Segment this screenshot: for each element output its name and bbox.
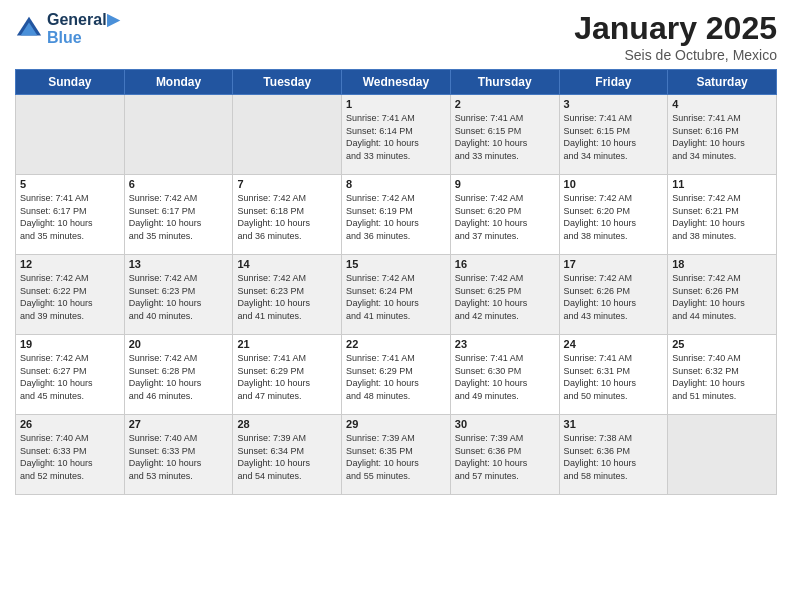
col-wednesday: Wednesday — [342, 70, 451, 95]
col-tuesday: Tuesday — [233, 70, 342, 95]
day-number: 3 — [564, 98, 664, 110]
day-number: 8 — [346, 178, 446, 190]
day-info: Sunrise: 7:41 AM Sunset: 6:14 PM Dayligh… — [346, 112, 446, 162]
table-row: 5Sunrise: 7:41 AM Sunset: 6:17 PM Daylig… — [16, 175, 125, 255]
table-row — [668, 415, 777, 495]
day-info: Sunrise: 7:40 AM Sunset: 6:33 PM Dayligh… — [129, 432, 229, 482]
day-number: 20 — [129, 338, 229, 350]
col-thursday: Thursday — [450, 70, 559, 95]
table-row: 11Sunrise: 7:42 AM Sunset: 6:21 PM Dayli… — [668, 175, 777, 255]
day-info: Sunrise: 7:39 AM Sunset: 6:36 PM Dayligh… — [455, 432, 555, 482]
day-number: 9 — [455, 178, 555, 190]
table-row: 26Sunrise: 7:40 AM Sunset: 6:33 PM Dayli… — [16, 415, 125, 495]
day-number: 23 — [455, 338, 555, 350]
table-row — [124, 95, 233, 175]
table-row: 21Sunrise: 7:41 AM Sunset: 6:29 PM Dayli… — [233, 335, 342, 415]
day-number: 25 — [672, 338, 772, 350]
day-info: Sunrise: 7:42 AM Sunset: 6:23 PM Dayligh… — [237, 272, 337, 322]
day-info: Sunrise: 7:41 AM Sunset: 6:15 PM Dayligh… — [564, 112, 664, 162]
col-friday: Friday — [559, 70, 668, 95]
title-block: January 2025 Seis de Octubre, Mexico — [574, 10, 777, 63]
table-row: 23Sunrise: 7:41 AM Sunset: 6:30 PM Dayli… — [450, 335, 559, 415]
header-row: Sunday Monday Tuesday Wednesday Thursday… — [16, 70, 777, 95]
table-row: 6Sunrise: 7:42 AM Sunset: 6:17 PM Daylig… — [124, 175, 233, 255]
day-number: 30 — [455, 418, 555, 430]
header: General▶ Blue January 2025 Seis de Octub… — [15, 10, 777, 63]
logo: General▶ Blue — [15, 10, 119, 47]
day-info: Sunrise: 7:42 AM Sunset: 6:27 PM Dayligh… — [20, 352, 120, 402]
calendar-table: Sunday Monday Tuesday Wednesday Thursday… — [15, 69, 777, 495]
day-info: Sunrise: 7:42 AM Sunset: 6:26 PM Dayligh… — [672, 272, 772, 322]
day-info: Sunrise: 7:42 AM Sunset: 6:17 PM Dayligh… — [129, 192, 229, 242]
table-row: 12Sunrise: 7:42 AM Sunset: 6:22 PM Dayli… — [16, 255, 125, 335]
day-info: Sunrise: 7:41 AM Sunset: 6:31 PM Dayligh… — [564, 352, 664, 402]
day-info: Sunrise: 7:41 AM Sunset: 6:17 PM Dayligh… — [20, 192, 120, 242]
table-row: 16Sunrise: 7:42 AM Sunset: 6:25 PM Dayli… — [450, 255, 559, 335]
table-row: 15Sunrise: 7:42 AM Sunset: 6:24 PM Dayli… — [342, 255, 451, 335]
table-row: 14Sunrise: 7:42 AM Sunset: 6:23 PM Dayli… — [233, 255, 342, 335]
day-number: 4 — [672, 98, 772, 110]
calendar-title: January 2025 — [574, 10, 777, 47]
day-info: Sunrise: 7:42 AM Sunset: 6:24 PM Dayligh… — [346, 272, 446, 322]
day-number: 12 — [20, 258, 120, 270]
day-number: 21 — [237, 338, 337, 350]
col-sunday: Sunday — [16, 70, 125, 95]
day-number: 26 — [20, 418, 120, 430]
day-number: 6 — [129, 178, 229, 190]
day-info: Sunrise: 7:41 AM Sunset: 6:29 PM Dayligh… — [237, 352, 337, 402]
calendar-week-row: 19Sunrise: 7:42 AM Sunset: 6:27 PM Dayli… — [16, 335, 777, 415]
day-number: 31 — [564, 418, 664, 430]
day-info: Sunrise: 7:42 AM Sunset: 6:26 PM Dayligh… — [564, 272, 664, 322]
calendar-week-row: 5Sunrise: 7:41 AM Sunset: 6:17 PM Daylig… — [16, 175, 777, 255]
day-info: Sunrise: 7:41 AM Sunset: 6:30 PM Dayligh… — [455, 352, 555, 402]
table-row: 13Sunrise: 7:42 AM Sunset: 6:23 PM Dayli… — [124, 255, 233, 335]
table-row: 3Sunrise: 7:41 AM Sunset: 6:15 PM Daylig… — [559, 95, 668, 175]
day-info: Sunrise: 7:42 AM Sunset: 6:20 PM Dayligh… — [455, 192, 555, 242]
day-number: 7 — [237, 178, 337, 190]
table-row: 30Sunrise: 7:39 AM Sunset: 6:36 PM Dayli… — [450, 415, 559, 495]
table-row: 27Sunrise: 7:40 AM Sunset: 6:33 PM Dayli… — [124, 415, 233, 495]
calendar-week-row: 26Sunrise: 7:40 AM Sunset: 6:33 PM Dayli… — [16, 415, 777, 495]
calendar-subtitle: Seis de Octubre, Mexico — [574, 47, 777, 63]
day-number: 13 — [129, 258, 229, 270]
calendar-container: General▶ Blue January 2025 Seis de Octub… — [0, 0, 792, 612]
col-monday: Monday — [124, 70, 233, 95]
day-info: Sunrise: 7:42 AM Sunset: 6:20 PM Dayligh… — [564, 192, 664, 242]
table-row: 10Sunrise: 7:42 AM Sunset: 6:20 PM Dayli… — [559, 175, 668, 255]
day-number: 14 — [237, 258, 337, 270]
day-info: Sunrise: 7:40 AM Sunset: 6:33 PM Dayligh… — [20, 432, 120, 482]
table-row: 29Sunrise: 7:39 AM Sunset: 6:35 PM Dayli… — [342, 415, 451, 495]
day-number: 11 — [672, 178, 772, 190]
day-number: 24 — [564, 338, 664, 350]
day-number: 16 — [455, 258, 555, 270]
calendar-week-row: 12Sunrise: 7:42 AM Sunset: 6:22 PM Dayli… — [16, 255, 777, 335]
day-info: Sunrise: 7:40 AM Sunset: 6:32 PM Dayligh… — [672, 352, 772, 402]
calendar-week-row: 1Sunrise: 7:41 AM Sunset: 6:14 PM Daylig… — [16, 95, 777, 175]
logo-text: General▶ Blue — [47, 10, 119, 47]
day-number: 5 — [20, 178, 120, 190]
day-info: Sunrise: 7:39 AM Sunset: 6:35 PM Dayligh… — [346, 432, 446, 482]
table-row — [233, 95, 342, 175]
day-info: Sunrise: 7:38 AM Sunset: 6:36 PM Dayligh… — [564, 432, 664, 482]
day-info: Sunrise: 7:42 AM Sunset: 6:25 PM Dayligh… — [455, 272, 555, 322]
day-info: Sunrise: 7:42 AM Sunset: 6:23 PM Dayligh… — [129, 272, 229, 322]
day-number: 18 — [672, 258, 772, 270]
day-number: 27 — [129, 418, 229, 430]
day-number: 10 — [564, 178, 664, 190]
day-info: Sunrise: 7:41 AM Sunset: 6:15 PM Dayligh… — [455, 112, 555, 162]
table-row: 31Sunrise: 7:38 AM Sunset: 6:36 PM Dayli… — [559, 415, 668, 495]
day-number: 19 — [20, 338, 120, 350]
day-info: Sunrise: 7:42 AM Sunset: 6:21 PM Dayligh… — [672, 192, 772, 242]
day-number: 29 — [346, 418, 446, 430]
day-info: Sunrise: 7:42 AM Sunset: 6:19 PM Dayligh… — [346, 192, 446, 242]
table-row: 25Sunrise: 7:40 AM Sunset: 6:32 PM Dayli… — [668, 335, 777, 415]
table-row: 18Sunrise: 7:42 AM Sunset: 6:26 PM Dayli… — [668, 255, 777, 335]
day-info: Sunrise: 7:41 AM Sunset: 6:29 PM Dayligh… — [346, 352, 446, 402]
table-row: 19Sunrise: 7:42 AM Sunset: 6:27 PM Dayli… — [16, 335, 125, 415]
day-number: 22 — [346, 338, 446, 350]
day-info: Sunrise: 7:42 AM Sunset: 6:18 PM Dayligh… — [237, 192, 337, 242]
day-number: 17 — [564, 258, 664, 270]
logo-icon — [15, 15, 43, 43]
day-info: Sunrise: 7:42 AM Sunset: 6:28 PM Dayligh… — [129, 352, 229, 402]
table-row: 28Sunrise: 7:39 AM Sunset: 6:34 PM Dayli… — [233, 415, 342, 495]
